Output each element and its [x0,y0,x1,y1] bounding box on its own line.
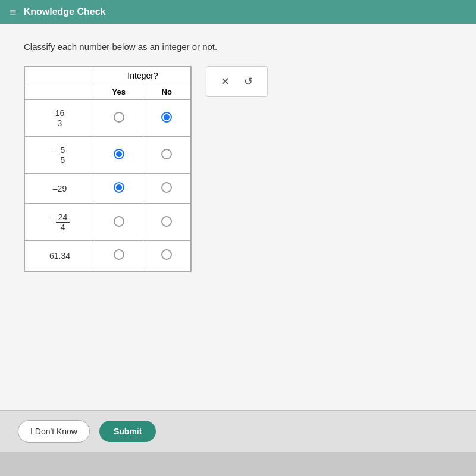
yes-radio-4[interactable] [95,241,143,271]
yes-radio-indicator-1[interactable] [114,149,124,159]
side-panel: ✕ ↺ [206,66,268,97]
integer-header: Integer? [95,67,191,84]
no-radio-0[interactable] [143,100,191,137]
header-title: Knowledge Check [24,7,106,17]
yes-radio-2[interactable] [95,174,143,204]
yes-radio-3[interactable] [95,204,143,241]
main-content: Classify each number below as an integer… [0,24,476,452]
close-button[interactable]: ✕ [218,73,232,90]
hamburger-icon[interactable]: ≡ [10,5,17,19]
yes-header: Yes [95,84,143,100]
yes-radio-indicator-3[interactable] [114,216,124,227]
no-radio-4[interactable] [143,241,191,271]
no-radio-indicator-2[interactable] [161,182,172,193]
question-label: Classify each number below as an integer… [24,42,452,52]
dont-know-button[interactable]: I Don't Know [18,420,90,443]
no-radio-2[interactable] [143,174,191,204]
app-header: ≡ Knowledge Check [0,0,476,24]
no-radio-1[interactable] [143,137,191,174]
no-radio-indicator-0[interactable] [161,112,172,123]
no-radio-3[interactable] [143,204,191,241]
bottom-bar: I Don't Know Submit [0,410,476,452]
content-row: Integer? Yes No 163–55–29–24461.34 ✕ ↺ [24,66,452,272]
number-cell-2: –29 [25,174,95,204]
yes-radio-indicator-0[interactable] [114,112,124,123]
yes-radio-0[interactable] [95,100,143,137]
no-header: No [143,84,191,100]
number-cell-1: –55 [25,137,95,174]
yes-radio-indicator-4[interactable] [114,249,124,260]
no-radio-indicator-4[interactable] [161,249,172,260]
classification-table: Integer? Yes No 163–55–29–24461.34 [24,66,192,272]
undo-button[interactable]: ↺ [242,73,255,90]
number-cell-4: 61.34 [25,241,95,271]
submit-button[interactable]: Submit [99,421,156,442]
number-cell-3: –244 [25,204,95,241]
yes-radio-indicator-2[interactable] [114,182,124,193]
no-radio-indicator-1[interactable] [161,149,172,159]
number-cell-0: 163 [25,100,95,137]
no-radio-indicator-3[interactable] [161,216,172,227]
yes-radio-1[interactable] [95,137,143,174]
